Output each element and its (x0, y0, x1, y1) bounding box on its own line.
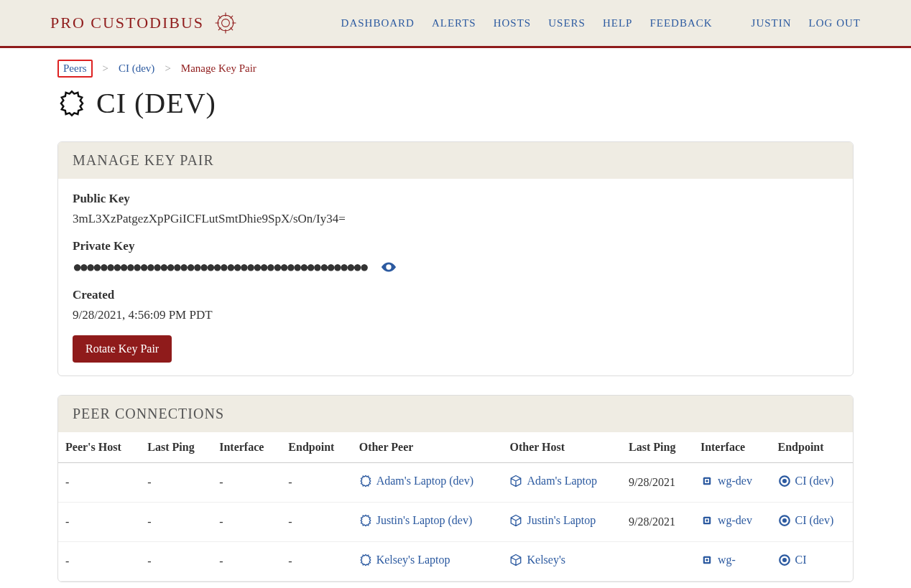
interface-link[interactable]: wg-dev (700, 514, 752, 527)
nav-user[interactable]: JUSTIN (752, 17, 792, 29)
table-row: ----Justin's Laptop (dev)Justin's Laptop… (58, 503, 853, 542)
main-nav: DASHBOARD ALERTS HOSTS USERS HELP FEEDBA… (341, 17, 861, 29)
svg-point-1 (222, 19, 230, 27)
svg-point-7 (782, 479, 787, 483)
breadcrumb: Peers > CI (dev) > Manage Key Pair (57, 60, 854, 78)
badge-icon (57, 89, 86, 118)
keypair-card: MANAGE KEY PAIR Public Key 3mL3XzPatgezX… (57, 141, 854, 376)
table-row: ----Kelsey's LaptopKelsey'swg-CI (58, 542, 853, 582)
nav-help[interactable]: HELP (603, 17, 633, 29)
rotate-key-button[interactable]: Rotate Key Pair (73, 335, 172, 363)
col-last-ping2: Last Ping (621, 432, 693, 463)
connections-table: Peer's Host Last Ping Interface Endpoint… (58, 432, 853, 582)
private-key-masked: ●●●●●●●●●●●●●●●●●●●●●●●●●●●●●●●●●●●●●●●●… (73, 259, 366, 275)
endpoint-link[interactable]: CI (778, 554, 807, 566)
connections-card: PEER CONNECTIONS Peer's Host Last Ping I… (57, 395, 854, 582)
public-key-value: 3mL3XzPatgezXpPGiICFLutSmtDhie9SpX/sOn/I… (73, 212, 838, 226)
connections-header: PEER CONNECTIONS (58, 396, 853, 432)
col-endpoint2: Endpoint (771, 432, 853, 463)
cell-last-ping: - (140, 542, 212, 582)
cell-interface: - (212, 503, 281, 542)
cell-endpoint: - (281, 463, 351, 503)
col-endpoint: Endpoint (281, 432, 351, 463)
cell-peers-host: - (58, 463, 140, 503)
created-label: Created (73, 288, 838, 302)
breadcrumb-current: Manage Key Pair (181, 62, 256, 75)
cell-last-ping2: 9/28/2021 (621, 503, 693, 542)
brand[interactable]: PRO CUSTODIBUS (50, 10, 239, 36)
svg-rect-5 (706, 480, 708, 482)
cell-last-ping2: 9/28/2021 (621, 463, 693, 503)
keypair-header: MANAGE KEY PAIR (58, 142, 853, 179)
brand-text: PRO CUSTODIBUS (50, 14, 204, 32)
page-title-text: CI (DEV) (96, 86, 216, 120)
topbar: PRO CUSTODIBUS DASHBOARD ALERTS HOSTS US… (0, 0, 911, 48)
cell-peers-host: - (58, 542, 140, 582)
breadcrumb-sep: > (103, 62, 108, 75)
other-peer-link[interactable]: Justin's Laptop (dev) (359, 514, 473, 527)
other-host-link[interactable]: Adam's Laptop (509, 475, 597, 487)
other-peer-link[interactable]: Kelsey's Laptop (359, 554, 450, 566)
svg-point-17 (782, 558, 787, 562)
col-interface: Interface (212, 432, 281, 463)
cell-endpoint: - (281, 542, 351, 582)
interface-link[interactable]: wg-dev (700, 475, 752, 487)
other-peer-link[interactable]: Adam's Laptop (dev) (359, 475, 473, 487)
cell-interface: - (212, 542, 281, 582)
interface-link[interactable]: wg- (700, 554, 736, 566)
created-value: 9/28/2021, 4:56:09 PM PDT (73, 308, 838, 322)
breadcrumb-peers[interactable]: Peers (57, 60, 93, 78)
eye-icon[interactable] (381, 259, 397, 275)
other-host-link[interactable]: Justin's Laptop (509, 514, 596, 527)
nav-hosts[interactable]: HOSTS (494, 17, 532, 29)
col-last-ping: Last Ping (140, 432, 212, 463)
svg-point-12 (782, 518, 787, 523)
cell-last-ping: - (140, 503, 212, 542)
col-interface2: Interface (693, 432, 771, 463)
nav-logout[interactable]: LOG OUT (809, 17, 861, 29)
nav-users[interactable]: USERS (548, 17, 586, 29)
nav-dashboard[interactable]: DASHBOARD (341, 17, 415, 29)
public-key-label: Public Key (73, 192, 838, 206)
nav-alerts[interactable]: ALERTS (432, 17, 476, 29)
breadcrumb-sep: > (165, 62, 170, 75)
cell-last-ping2 (621, 542, 693, 582)
brand-logo-icon (213, 10, 239, 36)
col-peers-host: Peer's Host (58, 432, 140, 463)
page-title: CI (DEV) (57, 86, 854, 120)
endpoint-link[interactable]: CI (dev) (778, 514, 834, 527)
table-row: ----Adam's Laptop (dev)Adam's Laptop9/28… (58, 463, 853, 503)
private-key-label: Private Key (73, 239, 838, 253)
endpoint-link[interactable]: CI (dev) (778, 475, 834, 487)
cell-last-ping: - (140, 463, 212, 503)
cell-endpoint: - (281, 503, 351, 542)
other-host-link[interactable]: Kelsey's (509, 554, 565, 566)
svg-point-2 (387, 266, 390, 269)
col-other-host: Other Host (502, 432, 621, 463)
svg-rect-15 (706, 559, 708, 561)
col-other-peer: Other Peer (352, 432, 503, 463)
breadcrumb-ci[interactable]: CI (dev) (119, 62, 154, 75)
cell-peers-host: - (58, 503, 140, 542)
nav-feedback[interactable]: FEEDBACK (649, 17, 712, 29)
svg-rect-10 (706, 520, 708, 522)
cell-interface: - (212, 463, 281, 503)
